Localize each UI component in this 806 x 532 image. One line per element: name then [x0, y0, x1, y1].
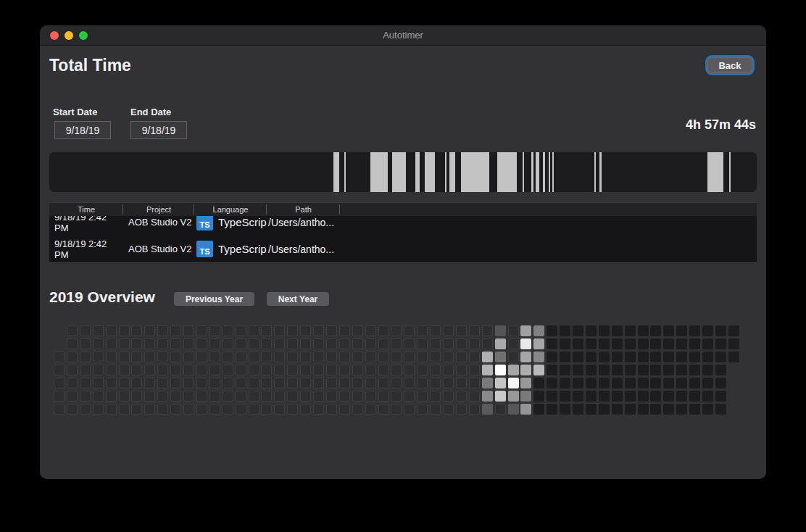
- heatmap-day-cell[interactable]: [326, 404, 337, 415]
- heatmap-day-cell[interactable]: [638, 338, 649, 349]
- column-header-time[interactable]: Time: [49, 203, 123, 216]
- heatmap-day-cell[interactable]: [196, 391, 207, 402]
- heatmap-day-cell[interactable]: [508, 391, 519, 402]
- heatmap-day-cell[interactable]: [417, 352, 428, 362]
- heatmap-day-cell[interactable]: [326, 338, 337, 349]
- heatmap-day-cell[interactable]: [93, 404, 104, 415]
- heatmap-day-cell[interactable]: [223, 391, 233, 402]
- heatmap-day-cell[interactable]: [170, 404, 181, 415]
- heatmap-day-cell[interactable]: [638, 365, 649, 375]
- heatmap-day-cell[interactable]: [67, 391, 78, 402]
- heatmap-day-cell[interactable]: [456, 404, 467, 415]
- heatmap-day-cell[interactable]: [313, 325, 324, 336]
- heatmap-day-cell[interactable]: [728, 325, 739, 336]
- heatmap-day-cell[interactable]: [560, 352, 570, 362]
- heatmap-day-cell[interactable]: [391, 325, 402, 336]
- heatmap-day-cell[interactable]: [689, 352, 700, 362]
- heatmap-day-cell[interactable]: [300, 404, 311, 415]
- heatmap-day-cell[interactable]: [586, 325, 597, 336]
- heatmap-day-cell[interactable]: [495, 338, 506, 349]
- heatmap-day-cell[interactable]: [352, 378, 363, 388]
- heatmap-day-cell[interactable]: [274, 325, 285, 336]
- heatmap-day-cell[interactable]: [106, 391, 117, 402]
- heatmap-day-cell[interactable]: [249, 391, 259, 402]
- heatmap-day-cell[interactable]: [365, 404, 376, 415]
- heatmap-day-cell[interactable]: [430, 378, 441, 388]
- heatmap-day-cell[interactable]: [261, 352, 272, 362]
- heatmap-day-cell[interactable]: [106, 365, 117, 375]
- heatmap-day-cell[interactable]: [391, 391, 402, 402]
- heatmap-day-cell[interactable]: [93, 378, 104, 388]
- heatmap-day-cell[interactable]: [573, 391, 583, 402]
- heatmap-day-cell[interactable]: [547, 404, 557, 415]
- heatmap-day-cell[interactable]: [404, 325, 415, 336]
- heatmap-day-cell[interactable]: [443, 325, 454, 336]
- heatmap-day-cell[interactable]: [144, 352, 155, 362]
- heatmap-day-cell[interactable]: [547, 352, 557, 362]
- heatmap-day-cell[interactable]: [638, 378, 649, 388]
- heatmap-day-cell[interactable]: [144, 391, 155, 402]
- heatmap-day-cell[interactable]: [404, 365, 415, 375]
- heatmap-day-cell[interactable]: [391, 338, 402, 349]
- heatmap-day-cell[interactable]: [586, 365, 597, 375]
- heatmap-day-cell[interactable]: [80, 352, 91, 362]
- heatmap-day-cell[interactable]: [157, 338, 168, 349]
- heatmap-day-cell[interactable]: [508, 352, 519, 362]
- heatmap-day-cell[interactable]: [482, 338, 493, 349]
- heatmap-day-cell[interactable]: [702, 404, 713, 415]
- heatmap-day-cell[interactable]: [157, 352, 168, 362]
- heatmap-day-cell[interactable]: [456, 365, 467, 375]
- heatmap-day-cell[interactable]: [638, 404, 649, 415]
- heatmap-day-cell[interactable]: [533, 378, 544, 388]
- heatmap-day-cell[interactable]: [339, 378, 350, 388]
- heatmap-day-cell[interactable]: [715, 391, 726, 402]
- heatmap-day-cell[interactable]: [533, 391, 544, 402]
- heatmap-day-cell[interactable]: [663, 338, 674, 349]
- heatmap-day-cell[interactable]: [689, 378, 700, 388]
- heatmap-day-cell[interactable]: [663, 391, 674, 402]
- heatmap-day-cell[interactable]: [689, 325, 700, 336]
- heatmap-day-cell[interactable]: [131, 352, 142, 362]
- heatmap-day-cell[interactable]: [131, 338, 142, 349]
- heatmap-day-cell[interactable]: [196, 325, 207, 336]
- heatmap-day-cell[interactable]: [249, 378, 259, 388]
- heatmap-day-cell[interactable]: [560, 325, 570, 336]
- heatmap-day-cell[interactable]: [599, 365, 610, 375]
- heatmap-day-cell[interactable]: [586, 378, 597, 388]
- heatmap-day-cell[interactable]: [676, 352, 687, 362]
- heatmap-day-cell[interactable]: [689, 338, 700, 349]
- previous-year-button[interactable]: Previous Year: [174, 292, 254, 306]
- heatmap-day-cell[interactable]: [261, 404, 272, 415]
- heatmap-day-cell[interactable]: [300, 352, 311, 362]
- heatmap-day-cell[interactable]: [223, 338, 233, 349]
- start-date-input[interactable]: [54, 121, 111, 139]
- table-row[interactable]: 9/18/19 2:42 PMAOB Studio V2TSTypeScrip/…: [49, 236, 757, 262]
- heatmap-day-cell[interactable]: [625, 391, 636, 402]
- heatmap-day-cell[interactable]: [417, 365, 428, 375]
- heatmap-day-cell[interactable]: [456, 325, 467, 336]
- heatmap-day-cell[interactable]: [469, 404, 480, 415]
- heatmap-day-cell[interactable]: [495, 325, 506, 336]
- heatmap-day-cell[interactable]: [547, 325, 557, 336]
- heatmap-day-cell[interactable]: [313, 378, 324, 388]
- column-header-path[interactable]: Path: [267, 203, 340, 216]
- heatmap-day-cell[interactable]: [495, 391, 506, 402]
- heatmap-day-cell[interactable]: [274, 391, 285, 402]
- heatmap-day-cell[interactable]: [183, 338, 194, 349]
- heatmap-day-cell[interactable]: [352, 338, 363, 349]
- heatmap-day-cell[interactable]: [236, 325, 246, 336]
- heatmap-day-cell[interactable]: [520, 391, 531, 402]
- heatmap-day-cell[interactable]: [638, 325, 649, 336]
- heatmap-day-cell[interactable]: [119, 365, 130, 375]
- heatmap-day-cell[interactable]: [274, 365, 285, 375]
- heatmap-day-cell[interactable]: [417, 325, 428, 336]
- heatmap-day-cell[interactable]: [223, 325, 233, 336]
- heatmap-day-cell[interactable]: [144, 325, 155, 336]
- heatmap-day-cell[interactable]: [586, 352, 597, 362]
- heatmap-day-cell[interactable]: [547, 378, 557, 388]
- heatmap-day-cell[interactable]: [119, 404, 130, 415]
- heatmap-day-cell[interactable]: [339, 365, 350, 375]
- heatmap-day-cell[interactable]: [612, 352, 623, 362]
- heatmap-day-cell[interactable]: [54, 352, 65, 362]
- heatmap-day-cell[interactable]: [378, 325, 389, 336]
